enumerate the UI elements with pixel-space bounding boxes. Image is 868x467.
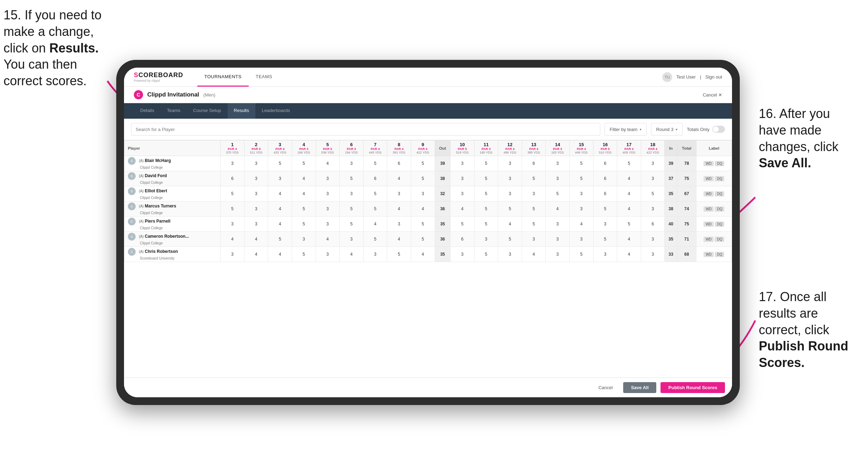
filter-team-button[interactable]: Filter by team ▾ bbox=[604, 123, 647, 136]
score-hole-5[interactable]: 4 bbox=[316, 156, 340, 171]
score-hole-10[interactable]: 5 bbox=[451, 217, 475, 232]
sign-out-link[interactable]: Sign out bbox=[705, 74, 722, 80]
score-hole-18[interactable]: 3 bbox=[641, 201, 665, 217]
wd-button[interactable]: WD bbox=[703, 237, 714, 242]
score-hole-7[interactable]: 3 bbox=[363, 247, 387, 262]
score-hole-7[interactable]: 5 bbox=[363, 201, 387, 217]
score-hole-2[interactable]: 3 bbox=[244, 201, 268, 217]
score-hole-2[interactable]: 3 bbox=[244, 186, 268, 201]
search-input[interactable] bbox=[131, 123, 600, 136]
totals-toggle-switch[interactable] bbox=[712, 126, 725, 133]
score-hole-14[interactable]: 3 bbox=[546, 247, 570, 262]
score-hole-1[interactable]: 3 bbox=[221, 247, 244, 262]
score-hole-1[interactable]: 3 bbox=[221, 217, 244, 232]
score-hole-13[interactable]: 5 bbox=[522, 201, 546, 217]
score-hole-8[interactable]: 3 bbox=[387, 186, 411, 201]
score-hole-9[interactable]: 5 bbox=[411, 171, 435, 186]
score-hole-8[interactable]: 5 bbox=[387, 247, 411, 262]
score-hole-9[interactable]: 5 bbox=[411, 217, 435, 232]
score-hole-18[interactable]: 5 bbox=[641, 186, 665, 201]
tab-teams[interactable]: Teams bbox=[161, 103, 187, 119]
tab-leaderboards[interactable]: Leaderboards bbox=[255, 103, 296, 119]
score-hole-5[interactable]: 3 bbox=[316, 201, 340, 217]
score-hole-11[interactable]: 5 bbox=[474, 247, 498, 262]
wd-button[interactable]: WD bbox=[703, 191, 714, 197]
score-hole-4[interactable]: 5 bbox=[292, 201, 316, 217]
score-hole-14[interactable]: 3 bbox=[546, 217, 570, 232]
cancel-tournament-button[interactable]: Cancel ✕ bbox=[703, 92, 722, 98]
score-hole-9[interactable]: 3 bbox=[411, 186, 435, 201]
score-hole-4[interactable]: 5 bbox=[292, 247, 316, 262]
score-hole-13[interactable]: 3 bbox=[522, 232, 546, 247]
publish-round-scores-button[interactable]: Publish Round Scores bbox=[661, 382, 725, 393]
score-hole-3[interactable]: 3 bbox=[268, 171, 292, 186]
score-hole-3[interactable]: 4 bbox=[268, 247, 292, 262]
score-hole-8[interactable]: 3 bbox=[387, 217, 411, 232]
score-hole-1[interactable]: 5 bbox=[221, 201, 244, 217]
score-hole-17[interactable]: 5 bbox=[617, 217, 641, 232]
score-hole-12[interactable]: 3 bbox=[498, 247, 522, 262]
round-selector[interactable]: Round 3 ▾ bbox=[651, 123, 683, 136]
score-hole-15[interactable]: 3 bbox=[570, 232, 594, 247]
score-hole-7[interactable]: 5 bbox=[363, 156, 387, 171]
score-hole-2[interactable]: 3 bbox=[244, 156, 268, 171]
score-hole-16[interactable]: 6 bbox=[593, 156, 617, 171]
score-hole-6[interactable]: 5 bbox=[340, 217, 364, 232]
score-hole-4[interactable]: 5 bbox=[292, 156, 316, 171]
score-hole-16[interactable]: 6 bbox=[593, 171, 617, 186]
score-hole-4[interactable]: 5 bbox=[292, 217, 316, 232]
score-hole-8[interactable]: 4 bbox=[387, 232, 411, 247]
score-hole-10[interactable]: 3 bbox=[451, 186, 475, 201]
score-hole-6[interactable]: 4 bbox=[340, 247, 364, 262]
score-hole-6[interactable]: 3 bbox=[340, 156, 364, 171]
score-hole-1[interactable]: 5 bbox=[221, 186, 244, 201]
wd-button[interactable]: WD bbox=[703, 252, 714, 257]
score-hole-11[interactable]: 5 bbox=[474, 217, 498, 232]
score-hole-16[interactable]: 6 bbox=[593, 186, 617, 201]
score-hole-18[interactable]: 3 bbox=[641, 171, 665, 186]
wd-button[interactable]: WD bbox=[703, 176, 714, 181]
score-hole-18[interactable]: 3 bbox=[641, 232, 665, 247]
score-hole-3[interactable]: 4 bbox=[268, 217, 292, 232]
score-hole-2[interactable]: 3 bbox=[244, 217, 268, 232]
dq-button[interactable]: DQ bbox=[715, 191, 724, 197]
score-hole-14[interactable]: 4 bbox=[546, 201, 570, 217]
score-hole-16[interactable]: 5 bbox=[593, 232, 617, 247]
score-hole-7[interactable]: 5 bbox=[363, 186, 387, 201]
score-hole-3[interactable]: 5 bbox=[268, 156, 292, 171]
score-hole-15[interactable]: 5 bbox=[570, 171, 594, 186]
score-hole-8[interactable]: 4 bbox=[387, 201, 411, 217]
score-hole-17[interactable]: 4 bbox=[617, 171, 641, 186]
nav-teams[interactable]: TEAMS bbox=[249, 68, 279, 87]
score-hole-11[interactable]: 5 bbox=[474, 186, 498, 201]
dq-button[interactable]: DQ bbox=[715, 222, 724, 227]
score-hole-17[interactable]: 4 bbox=[617, 232, 641, 247]
score-hole-4[interactable]: 4 bbox=[292, 186, 316, 201]
wd-button[interactable]: WD bbox=[703, 206, 714, 212]
score-hole-8[interactable]: 4 bbox=[387, 171, 411, 186]
score-hole-5[interactable]: 3 bbox=[316, 247, 340, 262]
score-hole-18[interactable]: 3 bbox=[641, 247, 665, 262]
score-hole-5[interactable]: 4 bbox=[316, 232, 340, 247]
cancel-button[interactable]: Cancel bbox=[592, 382, 619, 393]
score-hole-12[interactable]: 3 bbox=[498, 156, 522, 171]
score-hole-17[interactable]: 4 bbox=[617, 186, 641, 201]
score-hole-5[interactable]: 3 bbox=[316, 186, 340, 201]
tab-course-setup[interactable]: Course Setup bbox=[187, 103, 228, 119]
dq-button[interactable]: DQ bbox=[715, 161, 724, 166]
score-hole-10[interactable]: 3 bbox=[451, 171, 475, 186]
score-hole-13[interactable]: 3 bbox=[522, 186, 546, 201]
score-hole-6[interactable]: 3 bbox=[340, 186, 364, 201]
score-hole-11[interactable]: 5 bbox=[474, 171, 498, 186]
save-all-button[interactable]: Save All bbox=[623, 382, 656, 393]
score-hole-15[interactable]: 5 bbox=[570, 247, 594, 262]
score-hole-18[interactable]: 6 bbox=[641, 217, 665, 232]
score-hole-2[interactable]: 4 bbox=[244, 247, 268, 262]
score-hole-3[interactable]: 4 bbox=[268, 186, 292, 201]
score-hole-15[interactable]: 5 bbox=[570, 156, 594, 171]
score-hole-14[interactable]: 3 bbox=[546, 171, 570, 186]
score-hole-12[interactable]: 3 bbox=[498, 171, 522, 186]
score-hole-13[interactable]: 6 bbox=[522, 156, 546, 171]
score-hole-17[interactable]: 4 bbox=[617, 247, 641, 262]
score-hole-9[interactable]: 4 bbox=[411, 247, 435, 262]
